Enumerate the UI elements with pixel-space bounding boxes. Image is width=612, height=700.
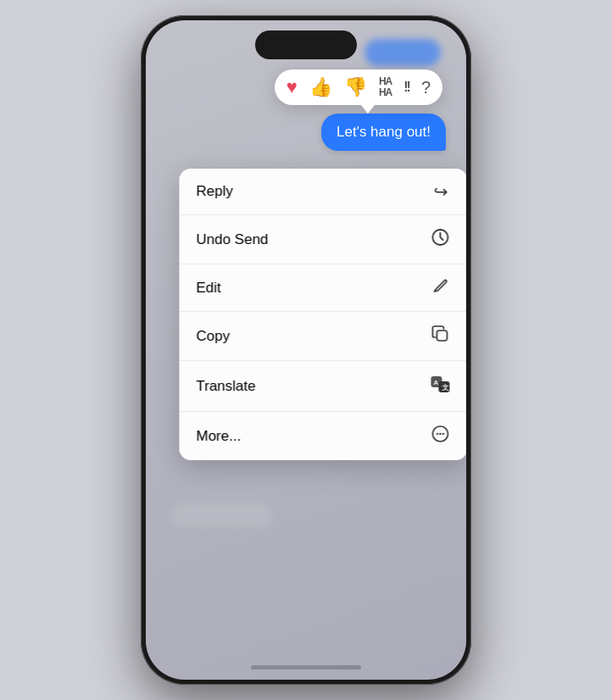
heart-reaction[interactable]: ♥ bbox=[287, 78, 298, 97]
exclaim-reaction[interactable]: !! bbox=[403, 81, 409, 94]
menu-item-undo-send[interactable]: Undo Send bbox=[179, 215, 466, 264]
menu-item-reply[interactable]: Reply ↩ bbox=[179, 169, 466, 215]
thumbsup-reaction[interactable]: 👍 bbox=[309, 78, 332, 97]
undo-send-icon bbox=[430, 228, 450, 251]
phone-frame: ♥ 👍 👎 HAHA !! ? Let's hang out! Reply ↩ … bbox=[141, 15, 471, 685]
more-icon bbox=[430, 425, 450, 447]
copy-icon bbox=[430, 325, 450, 347]
phone-screen: ♥ 👍 👎 HAHA !! ? Let's hang out! Reply ↩ … bbox=[146, 20, 466, 680]
svg-point-9 bbox=[442, 433, 444, 435]
reply-label: Reply bbox=[196, 183, 232, 200]
menu-item-more[interactable]: More... bbox=[179, 412, 466, 460]
svg-point-8 bbox=[439, 433, 441, 435]
menu-item-copy[interactable]: Copy bbox=[179, 312, 466, 361]
message-bubble: Let's hang out! bbox=[321, 114, 446, 151]
more-label: More... bbox=[196, 428, 241, 445]
menu-item-translate[interactable]: Translate A 文 bbox=[179, 361, 466, 412]
edit-icon bbox=[430, 277, 450, 298]
undo-send-label: Undo Send bbox=[196, 231, 268, 248]
reply-icon: ↩ bbox=[430, 181, 450, 202]
edit-label: Edit bbox=[196, 280, 220, 297]
translate-icon: A 文 bbox=[430, 374, 450, 398]
reaction-arrow bbox=[361, 105, 375, 114]
svg-rect-1 bbox=[437, 331, 447, 341]
thumbsdown-reaction[interactable]: 👎 bbox=[344, 78, 367, 97]
reaction-bar: ♥ 👍 👎 HAHA !! ? bbox=[275, 69, 442, 105]
haha-reaction[interactable]: HAHA bbox=[379, 76, 392, 98]
translate-label: Translate bbox=[196, 378, 255, 395]
message-text: Let's hang out! bbox=[337, 124, 431, 140]
question-reaction[interactable]: ? bbox=[421, 79, 431, 96]
copy-label: Copy bbox=[196, 328, 230, 345]
menu-item-edit[interactable]: Edit bbox=[179, 264, 466, 312]
svg-text:A: A bbox=[433, 379, 438, 386]
svg-point-7 bbox=[437, 433, 438, 435]
context-menu: Reply ↩ Undo Send Edit bbox=[179, 169, 466, 460]
dynamic-island bbox=[255, 31, 357, 59]
svg-text:文: 文 bbox=[442, 383, 448, 392]
